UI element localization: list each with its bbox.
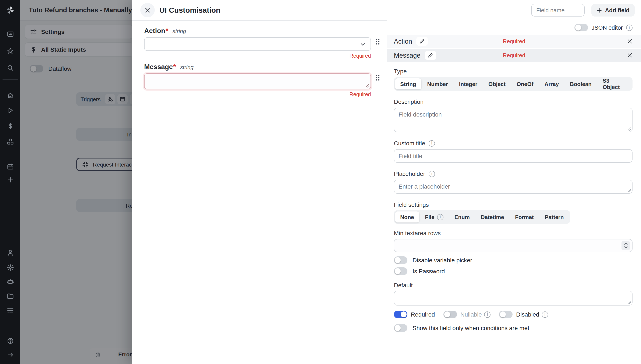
action-select[interactable] [144,37,371,51]
remove-field-icon[interactable] [627,38,632,44]
required-toggle[interactable] [394,310,407,318]
inspector-row-message[interactable]: Message Required [387,49,641,62]
modal-header: UI Customisation Add field [132,0,641,21]
disabled-toggle[interactable] [499,310,513,318]
home-icon[interactable] [0,90,20,101]
info-icon[interactable]: i [429,170,435,177]
ui-customisation-modal: UI Customisation Add field Action* strin… [132,0,641,364]
field-inspector-panel: JSON editor i Action Required Message Re… [387,20,641,364]
type-label: Type [394,68,632,74]
field-label-action: Action* string [144,27,387,35]
form-preview-column: Action* string Required Message* string [132,20,387,364]
number-stepper[interactable] [621,241,630,250]
min-textarea-rows-input[interactable] [394,239,632,252]
placeholder-label: Placeholderi [394,170,632,177]
type-option-s3object[interactable]: S3 Object [597,78,631,90]
default-textarea[interactable] [394,291,632,306]
disable-variable-picker-row: Disable variable picker [394,256,632,264]
edit-pencil-icon[interactable] [425,51,436,60]
setting-option-none[interactable]: None [395,212,419,222]
disabled-label: Disabled [516,311,539,318]
resize-grip-icon[interactable] [627,188,631,192]
type-option-number[interactable]: Number [422,78,453,90]
field-name-input[interactable] [531,4,585,16]
blueprints-blocks-icon[interactable] [0,136,20,148]
required-asterisk: * [166,27,168,35]
executions-play-icon[interactable] [0,104,20,116]
row-name: Action [394,38,412,45]
resize-grip-icon[interactable] [627,300,631,304]
kestra-logo[interactable] [0,4,20,16]
chevron-down-icon [360,42,366,48]
type-option-object[interactable]: Object [483,78,511,90]
custom-title-input[interactable] [394,149,632,163]
list-icon[interactable] [0,304,20,316]
field-settings-form: Type String Number Integer Object OneOf … [387,63,641,332]
setting-option-format[interactable]: Format [510,212,539,222]
custom-title-text: Custom title [394,140,425,146]
file-option-text: File [425,214,434,220]
disable-variable-picker-toggle[interactable] [394,256,407,264]
help-icon[interactable] [0,335,20,347]
sidebar-divider [3,79,18,80]
remove-field-icon[interactable] [627,52,632,58]
folder-icon[interactable] [0,290,20,302]
collapse-arrow-icon[interactable] [0,349,20,360]
type-option-string[interactable]: String [395,78,421,90]
add-field-button[interactable]: Add field [591,4,635,16]
info-icon[interactable]: i [437,214,443,220]
info-icon[interactable]: i [484,311,491,318]
info-icon[interactable]: i [542,311,548,318]
edit-pencil-icon[interactable] [416,37,428,46]
setting-option-pattern[interactable]: Pattern [540,212,569,222]
setting-option-enum[interactable]: Enum [449,212,475,222]
min-textarea-rows-label: Min textarea rows [394,230,632,236]
placeholder-textarea[interactable] [394,180,632,194]
is-password-label: Is Password [412,268,445,274]
user-icon[interactable] [0,246,20,258]
info-icon[interactable]: i [429,140,435,146]
inputs-dollar-icon[interactable] [0,120,20,132]
info-icon[interactable]: i [626,24,632,31]
search-icon[interactable] [0,62,20,74]
type-option-integer[interactable]: Integer [454,78,482,90]
row-status-badge: Required [503,52,525,58]
message-textarea[interactable] [144,73,371,90]
add-field-label: Add field [605,7,629,13]
disable-variable-picker-label: Disable variable picker [412,257,472,264]
drag-handle-icon[interactable] [376,75,379,80]
app-sidebar [0,0,20,364]
type-option-oneof[interactable]: OneOf [511,78,538,90]
settings-gear-icon[interactable] [0,262,20,273]
modal-title: UI Customisation [159,0,220,20]
close-icon[interactable] [140,3,155,17]
setting-option-datetime[interactable]: Datetime [476,212,509,222]
star-icon[interactable] [0,45,20,57]
nullable-toggle[interactable] [443,310,457,318]
row-name: Message [394,52,421,59]
default-label: Default [394,282,632,288]
type-option-array[interactable]: Array [539,78,564,90]
resize-grip-icon[interactable] [627,127,631,131]
conditions-toggle[interactable] [394,324,407,332]
custom-title-label: Custom titlei [394,140,632,146]
add-plus-icon[interactable] [0,174,20,186]
inspector-row-action[interactable]: Action Required [387,35,641,48]
type-option-boolean[interactable]: Boolean [565,78,597,90]
description-textarea[interactable] [394,108,632,132]
drag-handle-icon[interactable] [376,39,379,44]
is-password-toggle[interactable] [394,268,407,275]
plus-icon [596,8,602,13]
action-required-hint: Required [144,53,371,59]
ai-robot-icon[interactable] [0,276,20,287]
setting-option-file[interactable]: Filei [420,212,448,222]
nullable-label: Nullable [460,311,482,318]
schedule-calendar-icon[interactable] [0,160,20,172]
conditions-label: Show this field only when conditions are… [412,324,529,331]
apps-icon[interactable] [0,28,20,40]
field-label-message: Message* string [144,63,387,71]
row-status-badge: Required [503,38,525,44]
field-settings-segmented-control: None Filei Enum Datetime Format Pattern [394,210,570,224]
json-editor-toggle[interactable] [575,24,588,31]
resize-grip-icon[interactable] [365,84,369,88]
